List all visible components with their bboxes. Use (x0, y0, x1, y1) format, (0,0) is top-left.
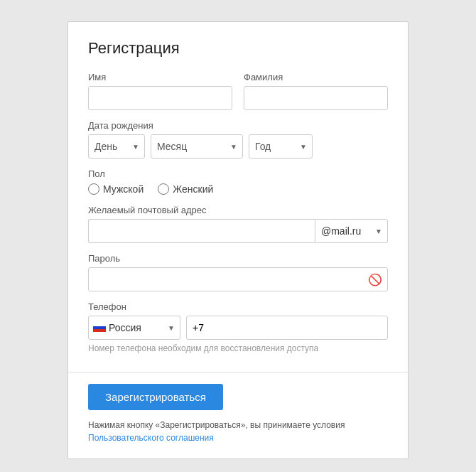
gender-label: Пол (88, 168, 388, 179)
phone-number-input[interactable] (186, 316, 388, 340)
name-row: Имя Фамилия (88, 72, 388, 110)
gender-radio-row: Мужской Женский (88, 183, 388, 195)
first-name-group: Имя (88, 72, 232, 110)
password-toggle-icon[interactable]: 🚫 (368, 273, 382, 286)
page-wrapper: Регистрация Имя Фамилия Дата рождения (14, 14, 462, 466)
first-name-label: Имя (88, 72, 232, 82)
form-section: Регистрация Имя Фамилия Дата рождения (68, 22, 408, 372)
gender-section: Пол Мужской Женский (88, 168, 388, 195)
registration-card: Регистрация Имя Фамилия Дата рождения (67, 21, 409, 459)
password-section: Пароль 🚫 (88, 253, 388, 291)
domain-select-wrapper: @mail.ru @inbox.ru @list.ru @bk.ru (315, 219, 388, 243)
submit-section: Зарегистрироваться Нажимая кнопку «Зарег… (68, 372, 408, 458)
email-section: Желаемый почтовый адрес @mail.ru @inbox.… (88, 205, 388, 243)
phone-label: Телефон (88, 301, 388, 312)
terms-text: Нажимая кнопку «Зарегистрироваться», вы … (88, 419, 388, 444)
first-name-input[interactable] (88, 86, 232, 110)
email-label: Желаемый почтовый адрес (88, 205, 388, 215)
domain-select[interactable]: @mail.ru @inbox.ru @list.ru @bk.ru (315, 219, 388, 243)
dob-label: Дата рождения (88, 120, 388, 131)
last-name-group: Фамилия (244, 72, 388, 110)
gender-female-radio[interactable] (158, 183, 169, 195)
gender-male-text: Мужской (103, 183, 144, 195)
last-name-label: Фамилия (244, 72, 388, 82)
phone-country-wrapper: Россия США Германия Франция (88, 316, 180, 340)
email-row: @mail.ru @inbox.ru @list.ru @bk.ru (88, 219, 388, 243)
phone-row: Россия США Германия Франция (88, 316, 388, 340)
gender-male-radio[interactable] (88, 183, 99, 195)
phone-section: Телефон Россия США Германия Франция (88, 301, 388, 353)
phone-hint: Номер телефона необходим для восстановле… (88, 343, 388, 353)
dob-month-wrapper: Месяц ЯнварьФевральМарт АпрельМайИюнь Ию… (151, 134, 243, 159)
last-name-input[interactable] (244, 86, 388, 110)
form-title: Регистрация (88, 39, 388, 58)
dob-section: Дата рождения День 12345 678910 11121314… (88, 120, 388, 159)
terms-before: Нажимая кнопку «Зарегистрироваться», вы … (88, 420, 345, 430)
password-wrapper: 🚫 (88, 267, 388, 291)
password-input[interactable] (88, 267, 388, 291)
terms-link[interactable]: Пользовательского соглашения (88, 433, 214, 443)
dob-year-wrapper: Год 2024202320222010 2000199019801970 19… (249, 134, 313, 159)
password-label: Пароль (88, 253, 388, 264)
dob-month-select[interactable]: Месяц ЯнварьФевральМарт АпрельМайИюнь Ию… (151, 134, 243, 159)
dob-day-wrapper: День 12345 678910 1112131415 1617181920 … (88, 134, 145, 159)
dob-year-select[interactable]: Год 2024202320222010 2000199019801970 19… (249, 134, 313, 159)
gender-female-label[interactable]: Женский (158, 183, 213, 195)
gender-female-text: Женский (173, 183, 213, 195)
register-button[interactable]: Зарегистрироваться (88, 384, 223, 410)
email-input[interactable] (88, 219, 315, 243)
phone-country-select[interactable]: Россия США Германия Франция (88, 316, 180, 340)
gender-male-label[interactable]: Мужской (88, 183, 144, 195)
dob-row: День 12345 678910 1112131415 1617181920 … (88, 134, 388, 159)
dob-day-select[interactable]: День 12345 678910 1112131415 1617181920 … (88, 134, 145, 159)
